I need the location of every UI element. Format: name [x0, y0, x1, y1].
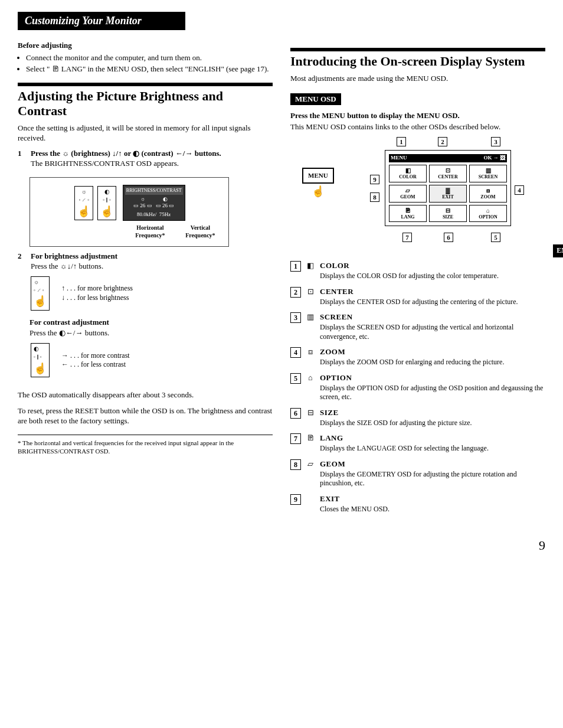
vfreq-label: Vertical Frequency*: [177, 224, 224, 239]
center-icon: ⊡: [306, 287, 315, 306]
grid-exit: ▓EXIT: [429, 185, 467, 203]
more-contrast: → . . . for more contrast: [61, 351, 130, 361]
before-list: Connect the monitor and the computer, an…: [18, 53, 273, 74]
contrast-sub: Press the ◐←/→ buttons.: [30, 328, 273, 338]
item-num: 5: [290, 373, 301, 384]
brightness-diagram: ☼◦ ⟋ ◦☝ ↑ . . . for more brightness ↓ . …: [30, 275, 273, 312]
item-desc: Displays the GEOMETRY OSD for adjusting …: [320, 470, 545, 488]
item-title: GEOM: [320, 459, 545, 469]
menu-desc-line: This MENU OSD contains links to the othe…: [290, 122, 545, 132]
footnote: * The horizontal and vertical frequencie…: [18, 435, 273, 456]
step-1-sub: The BRIGHTNESS/CONTRAST OSD appears.: [31, 159, 273, 169]
step-2-num: 2: [18, 252, 26, 272]
callout-8: 8: [370, 192, 379, 202]
item-desc: Displays the COLOR OSD for adjusting the…: [320, 272, 545, 281]
en-tab: EN: [553, 244, 563, 257]
item-num: 8: [290, 459, 301, 470]
lang-icon: 🖹: [306, 433, 315, 453]
callout-2: 2: [438, 137, 447, 146]
item-num: 9: [290, 494, 301, 505]
osd-panel-title: BRIGHTNESS/CONTRAST: [125, 187, 183, 194]
callout-3: 3: [491, 137, 500, 146]
reset-text: To reset, press the RESET button while t…: [18, 406, 273, 426]
grid-geom: ▱GEOM: [389, 185, 427, 203]
item-title: ZOOM: [320, 347, 545, 357]
left-column: Before adjusting Connect the monitor and…: [18, 41, 273, 520]
screen-icon: ▥: [306, 312, 315, 341]
item-num: 1: [290, 261, 301, 272]
item-title: COLOR: [320, 261, 545, 271]
grid-option: ⌂OPTION: [469, 205, 507, 223]
step-1-title: Press the ☼ (brightness) ↓/↑ or ◐ (contr…: [31, 149, 273, 159]
menu-button-label: MENU: [302, 168, 334, 183]
grid-screen: ▥SCREEN: [469, 165, 507, 182]
grid-zoom: ⧈ZOOM: [469, 185, 507, 203]
item-desc: Displays the ZOOM OSD for enlarging and …: [320, 358, 545, 367]
grid-lang: 🖹LANG: [389, 205, 427, 223]
item-num: 7: [290, 433, 301, 444]
item-num: 6: [290, 408, 301, 419]
grid-center: ⊡CENTER: [429, 165, 467, 182]
auto-off-text: The OSD automatically disappears after a…: [18, 390, 273, 400]
item-title: SIZE: [320, 408, 545, 418]
item-desc: Displays the SCREEN OSD for adjusting th…: [320, 323, 545, 341]
more-brightness: ↑ . . . for more brightness: [61, 284, 133, 293]
item-num: 4: [290, 347, 301, 358]
item-desc: Displays the LANGUAGE OSD for selecting …: [320, 444, 545, 453]
item-title: CENTER: [320, 287, 545, 297]
before-item-1: Connect the monitor and the computer, an…: [26, 53, 273, 63]
menu-osd-badge: MENU OSD: [290, 93, 341, 106]
grid-size: ⊟SIZE: [429, 205, 467, 223]
zoom-icon: ⧈: [306, 347, 315, 367]
less-contrast: ← . . . for less contrast: [61, 360, 130, 370]
exit-icon: [306, 494, 315, 514]
option-icon: ⌂: [306, 373, 315, 402]
color-icon: ◧: [306, 261, 315, 280]
hfreq-label: Horizontal Frequency*: [123, 224, 177, 239]
osd-section-title: Introducing the On-screen Display System: [290, 54, 545, 68]
item-title: LANG: [320, 433, 545, 443]
panel-title-left: MENU: [391, 155, 407, 162]
step-1-num: 1: [18, 149, 26, 169]
adjust-title: Adjusting the Picture Brightness and Con…: [18, 89, 273, 119]
before-heading: Before adjusting: [18, 41, 273, 51]
brightness-contrast-diagram: ☼◦ ⟋ ◦☝ ◐◦ ∥ ◦☝ BRIGHTNESS/CONTRAST ☼▭ 2…: [30, 177, 229, 247]
osd-intro-para: Most adjustments are made using the MENU…: [290, 74, 545, 84]
callout-7: 7: [402, 233, 412, 242]
item-desc: Closes the MENU OSD.: [320, 505, 545, 514]
less-brightness: ↓ . . . for less brightness: [61, 293, 133, 303]
step-2-title: For brightness adjustment: [31, 252, 273, 262]
adjust-intro: Once the setting is adjusted, it will be…: [18, 123, 273, 143]
size-icon: ⊟: [306, 408, 315, 427]
callout-1: 1: [397, 137, 406, 146]
callout-9: 9: [370, 175, 379, 184]
item-desc: Displays the CENTER OSD for adjusting th…: [320, 298, 545, 307]
item-desc: Displays the SIZE OSD for adjusting the …: [320, 419, 545, 428]
grid-color: ◧COLOR: [389, 165, 427, 182]
section-header: Customizing Your Monitor: [18, 12, 185, 30]
menu-osd-diagram: MENU ☝ MENU OK → 🖾 ◧COLOR ⊡CENTER ▥SCREE…: [290, 138, 545, 250]
callout-4: 4: [515, 185, 524, 195]
right-column: Introducing the On-screen Display System…: [290, 41, 545, 520]
panel-title-right: OK → 🖾: [483, 155, 505, 162]
callout-6: 6: [444, 233, 453, 242]
hand-icon: ☝: [302, 185, 334, 198]
geom-icon: ▱: [306, 459, 315, 488]
page-number: 9: [18, 537, 545, 554]
contrast-diagram: ◐◦ ∥ ◦☝ → . . . for more contrast ← . . …: [30, 342, 273, 378]
item-num: 3: [290, 312, 301, 323]
contrast-title: For contrast adjustment: [30, 318, 273, 328]
osd-item-list: 1◧COLORDisplays the COLOR OSD for adjust…: [290, 261, 545, 514]
item-title: EXIT: [320, 494, 545, 504]
item-desc: Displays the OPTION OSD for adjusting th…: [320, 384, 545, 402]
press-menu-line: Press the MENU button to display the MEN…: [290, 111, 460, 120]
item-title: OPTION: [320, 373, 545, 383]
callout-5: 5: [491, 233, 500, 242]
item-num: 2: [290, 287, 301, 298]
item-title: SCREEN: [320, 312, 545, 322]
before-item-2: Select " 🖹 LANG" in the MENU OSD, then s…: [26, 64, 273, 74]
step-2-sub: Press the ☼↓/↑ buttons.: [31, 262, 273, 272]
